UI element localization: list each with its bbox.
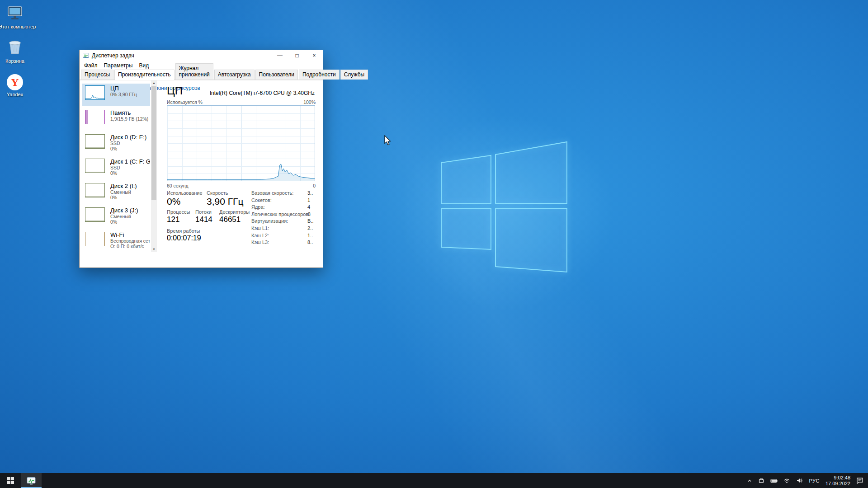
yandex-icon: Y (7, 74, 23, 90)
threads-label: Потоки (195, 209, 212, 215)
cpu-usage-fill (167, 164, 315, 181)
network-wifi-icon[interactable] (783, 478, 790, 483)
cpu-mini-line (85, 95, 104, 99)
mouse-cursor (384, 135, 392, 146)
tab-app-history[interactable]: Журнал приложений (175, 63, 213, 80)
detail-row: Виртуализация:В.. (251, 218, 316, 224)
threads-value: 1414 (195, 215, 212, 224)
scroll-down-arrow-icon[interactable]: ▼ (151, 246, 157, 252)
menu-view[interactable]: Вид (136, 61, 152, 70)
disk2-mini-chart (85, 183, 105, 197)
desktop-icon-label: Корзина (0, 58, 31, 64)
sidebar-item-wifi[interactable]: Wi-Fi Беспроводная сеть О: 0 П: 0 кбит/с (82, 230, 150, 253)
clock-date: 17.09.2022 (826, 481, 850, 487)
desktop-icon-label: Этот компьютер (0, 24, 31, 30)
sidebar-item-disk2[interactable]: Диск 2 (I:) Сменный 0% (82, 181, 150, 204)
windows-logo-icon (438, 136, 573, 277)
close-button[interactable]: × (306, 50, 323, 61)
cpu-model-name: Intel(R) Core(TM) i7-6700 CPU @ 3.40GHz (210, 90, 315, 96)
disk1-mini-chart (85, 159, 105, 173)
cpu-mini-chart (85, 85, 105, 100)
recycle-bin-icon (8, 39, 22, 55)
sidebar-item-memory[interactable]: Память 1,9/15,9 ГБ (12%) (82, 108, 150, 131)
detail-row: Сокетов:1 (251, 197, 316, 203)
tab-performance[interactable]: Производительность (114, 70, 174, 80)
battery-icon[interactable] (770, 478, 778, 483)
tab-services[interactable]: Службы (340, 70, 368, 80)
chart-axis-top: Используется % 100% (167, 99, 316, 105)
scroll-up-arrow-icon[interactable]: ▲ (151, 80, 157, 86)
clock-time: 9:02:48 (826, 475, 850, 481)
cpu-usage-chart[interactable] (167, 105, 315, 181)
processes-value: 121 (167, 215, 179, 224)
tab-startup[interactable]: Автозагрузка (214, 70, 255, 80)
tab-details[interactable]: Подробности (299, 70, 340, 80)
volume-icon[interactable] (796, 478, 803, 483)
tab-users[interactable]: Пользователи (255, 70, 298, 80)
handles-value: 46651 (219, 215, 241, 224)
window-title: Диспетчер задач (92, 52, 134, 59)
detail-row: Базовая скорость:3.. (251, 190, 316, 196)
scrollbar-thumb[interactable] (151, 86, 156, 200)
system-tray: РУС 9:02:48 17.09.2022 (747, 473, 868, 488)
task-manager-app-icon (83, 52, 89, 59)
disk3-mini-chart (85, 207, 105, 222)
menu-file[interactable]: Файл (81, 61, 101, 70)
cpu-heading: ЦП (167, 84, 183, 97)
usage-label: Использование (167, 190, 203, 196)
cpu-details-list: Базовая скорость:3.. Сокетов:1 Ядра:4 Ло… (251, 190, 316, 247)
language-indicator[interactable]: РУС (809, 478, 820, 483)
chart-label-60s: 60 секунд (167, 183, 189, 188)
sidebar-item-cpu[interactable]: ЦП 0% 3,90 ГГц (82, 84, 150, 106)
chart-label-utilization: Используется % (167, 99, 203, 105)
memory-mini-chart (85, 110, 105, 124)
detail-row: Ядра:4 (251, 204, 316, 210)
task-manager-icon (27, 476, 36, 485)
menu-options[interactable]: Параметры (101, 61, 136, 70)
uptime-label: Время работы (167, 228, 200, 234)
windows-start-icon (7, 477, 14, 484)
desktop-icon-this-pc[interactable]: Этот компьютер (0, 6, 31, 30)
desktop-icon-label: Yandex (0, 92, 31, 98)
taskbar: РУС 9:02:48 17.09.2022 (0, 473, 868, 488)
taskbar-clock[interactable]: 9:02:48 17.09.2022 (826, 475, 850, 486)
maximize-button[interactable]: □ (288, 50, 306, 61)
speed-value: 3,90 ГГц (207, 196, 243, 207)
desktop-icon-recycle-bin[interactable]: Корзина (0, 39, 31, 64)
sidebar-scrollbar[interactable]: ▲ ▼ (151, 80, 157, 252)
processes-label: Процессы (167, 209, 190, 215)
usage-value: 0% (167, 196, 180, 207)
hidden-icons-chevron-icon[interactable] (747, 478, 752, 483)
sidebar-item-disk3[interactable]: Диск 3 (J:) Сменный 0% (82, 206, 150, 228)
start-button[interactable] (0, 473, 21, 488)
detail-row: Кэш L2:1.. (251, 233, 316, 238)
speed-label: Скорость (207, 190, 228, 196)
wifi-mini-chart (85, 232, 105, 246)
this-pc-icon (7, 6, 23, 21)
chart-label-100: 100% (303, 99, 316, 105)
task-manager-window: Диспетчер задач — □ × Файл Параметры Вид… (79, 50, 323, 268)
minimize-button[interactable]: — (271, 50, 288, 61)
tab-strip: Процессы Производительность Журнал прило… (80, 70, 323, 80)
chart-axis-bottom: 60 секунд 0 (167, 183, 316, 188)
usb-icon[interactable] (758, 478, 764, 484)
detail-row: Кэш L1:2.. (251, 225, 316, 231)
sidebar-item-disk0[interactable]: Диск 0 (D: E:) SSD 0% (82, 132, 150, 155)
disk0-mini-chart (85, 134, 105, 149)
desktop-icon-yandex[interactable]: Y Yandex (0, 74, 31, 98)
detail-row: Кэш L3:8.. (251, 239, 316, 245)
uptime-value: 0:00:07:19 (167, 234, 201, 242)
chart-label-0: 0 (313, 183, 316, 188)
handles-label: Дескрипторы (219, 209, 250, 215)
taskbar-item-task-manager[interactable] (21, 473, 42, 488)
title-bar[interactable]: Диспетчер задач — □ × (80, 50, 323, 61)
sidebar-item-disk1[interactable]: Диск 1 (C: F: G: SSD 0% (82, 157, 150, 179)
tab-processes[interactable]: Процессы (81, 70, 113, 80)
action-center-icon[interactable] (856, 477, 863, 484)
detail-row: Логических процессоров:8 (251, 211, 316, 217)
